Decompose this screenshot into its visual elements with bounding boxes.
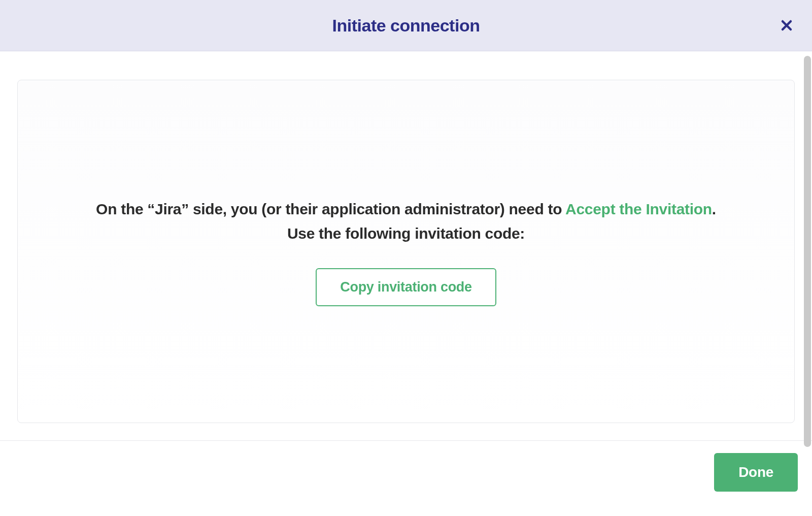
message-line1-prefix: On the “Jira” side, you (or their applic… bbox=[96, 201, 565, 217]
dialog-body: On the “Jira” side, you (or their applic… bbox=[0, 51, 812, 440]
dialog-title: Initiate connection bbox=[332, 16, 480, 36]
scrollbar-thumb[interactable] bbox=[804, 56, 811, 447]
dialog-footer: Done bbox=[0, 440, 812, 516]
message-line2: Use the following invitation code: bbox=[287, 225, 525, 242]
scrollbar-track[interactable] bbox=[804, 56, 811, 457]
invitation-card: On the “Jira” side, you (or their applic… bbox=[17, 80, 795, 423]
accept-invitation-link[interactable]: Accept the Invitation bbox=[565, 201, 712, 217]
copy-invitation-code-button[interactable]: Copy invitation code bbox=[316, 268, 496, 306]
dialog-header: Initiate connection bbox=[0, 0, 812, 51]
close-icon bbox=[781, 19, 793, 31]
done-button[interactable]: Done bbox=[714, 453, 798, 492]
close-button[interactable] bbox=[776, 15, 797, 36]
message-line1-suffix: . bbox=[712, 201, 716, 217]
invitation-message: On the “Jira” side, you (or their applic… bbox=[96, 197, 716, 246]
initiate-connection-dialog: Initiate connection On the “Jira” side, … bbox=[0, 0, 812, 516]
